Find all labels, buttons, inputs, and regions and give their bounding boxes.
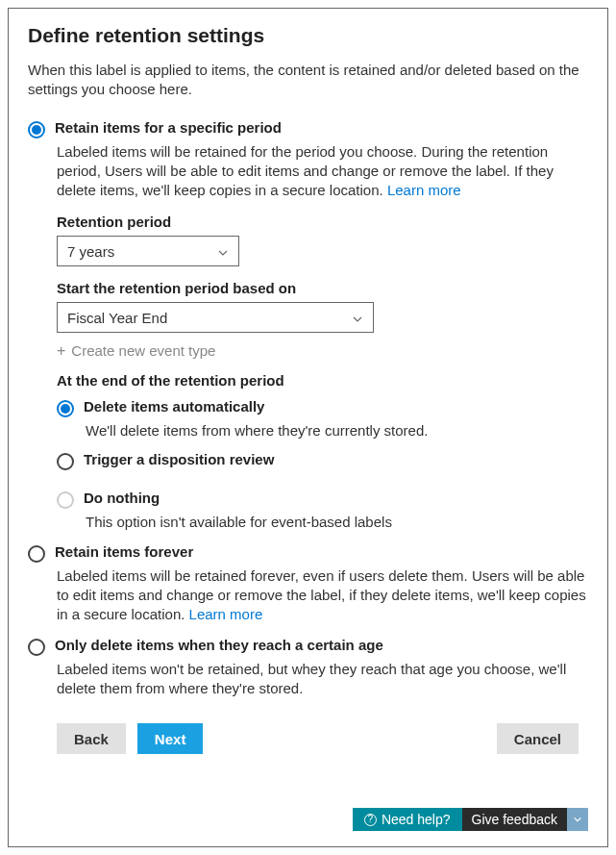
retention-period-block: Retention period 7 years <box>57 214 588 266</box>
need-help-label: Need help? <box>382 812 451 827</box>
start-based-value: Fiscal Year End <box>67 310 167 326</box>
delete-auto-title: Delete items automatically <box>84 398 264 415</box>
chevron-down-icon <box>352 312 363 323</box>
option-retain-forever: Retain items forever Labeled items will … <box>28 541 588 625</box>
start-based-block: Start the retention period based on Fisc… <box>57 280 588 359</box>
feedback-dropdown[interactable] <box>567 808 588 831</box>
retain-forever-title: Retain items forever <box>55 543 193 560</box>
cancel-button[interactable]: Cancel <box>497 723 579 754</box>
plus-icon: + <box>57 343 65 359</box>
give-feedback-label: Give feedback <box>472 812 558 827</box>
next-button[interactable]: Next <box>137 723 204 754</box>
radio-do-nothing <box>57 491 74 509</box>
retention-period-value: 7 years <box>67 243 114 260</box>
option-retain-period: Retain items for a specific period Label… <box>28 117 588 532</box>
retention-period-label: Retention period <box>57 214 588 230</box>
option-delete-only: Only delete items when they reach a cert… <box>28 635 588 699</box>
need-help-button[interactable]: ? Need help? <box>353 808 462 831</box>
end-period-block: At the end of the retention period Delet… <box>57 372 588 532</box>
radio-delete-only[interactable] <box>28 639 45 656</box>
radio-trigger-review[interactable] <box>57 453 74 470</box>
radio-retain-period[interactable] <box>28 121 45 138</box>
delete-only-title: Only delete items when they reach a cert… <box>55 637 383 653</box>
create-event-type[interactable]: + Create new event type <box>57 342 588 359</box>
start-based-label: Start the retention period based on <box>57 280 588 296</box>
learn-more-retain-forever[interactable]: Learn more <box>189 606 263 622</box>
retain-forever-desc: Labeled items will be retained forever, … <box>57 567 586 623</box>
help-icon: ? <box>364 814 377 826</box>
back-button[interactable]: Back <box>57 723 126 754</box>
button-row: Back Next Cancel <box>28 723 588 754</box>
end-period-label: At the end of the retention period <box>57 372 588 389</box>
give-feedback-button[interactable]: Give feedback <box>462 808 568 831</box>
option-retain-period-desc: Labeled items will be retained for the p… <box>57 143 554 199</box>
do-nothing-desc: This option isn't available for event-ba… <box>86 513 588 532</box>
do-nothing-title: Do nothing <box>84 490 160 506</box>
footer-bar: ? Need help? Give feedback <box>353 808 588 831</box>
learn-more-retain-period[interactable]: Learn more <box>387 182 461 198</box>
start-based-select[interactable]: Fiscal Year End <box>57 302 374 333</box>
main-options: Retain items for a specific period Label… <box>28 117 588 699</box>
trigger-review-title: Trigger a disposition review <box>84 451 274 467</box>
retention-period-select[interactable]: 7 years <box>57 236 239 266</box>
page-title: Define retention settings <box>28 24 588 47</box>
chevron-down-icon <box>573 815 582 824</box>
chevron-down-icon <box>217 245 229 257</box>
retention-settings-panel: Define retention settings When this labe… <box>8 8 608 847</box>
radio-retain-forever[interactable] <box>28 545 45 563</box>
delete-auto-desc: We'll delete items from where they're cu… <box>86 421 588 440</box>
option-retain-period-title: Retain items for a specific period <box>55 119 282 136</box>
delete-only-desc: Labeled items won't be retained, but whe… <box>57 661 566 696</box>
page-intro: When this label is applied to items, the… <box>28 61 588 100</box>
create-event-type-label: Create new event type <box>71 342 215 359</box>
radio-delete-auto[interactable] <box>57 400 74 417</box>
